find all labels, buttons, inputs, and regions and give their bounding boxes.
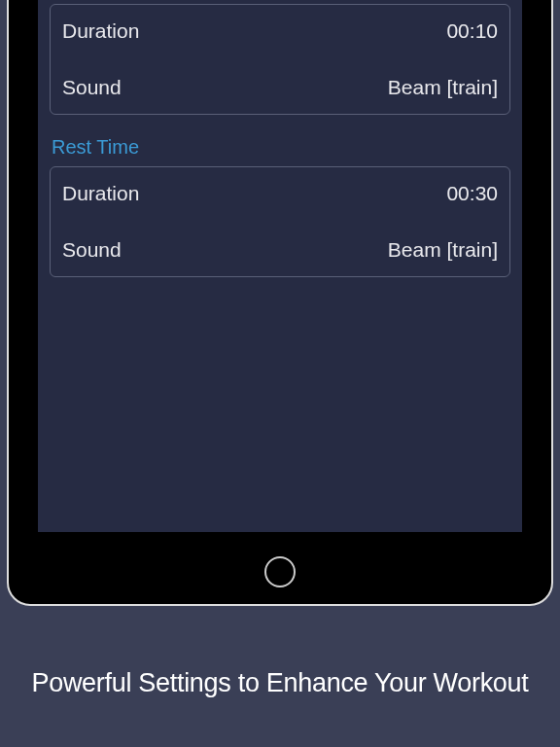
sound-label: Sound [62,76,122,99]
rest-time-header: Rest Time [38,128,522,162]
duration-value: 00:10 [446,19,498,43]
tablet-frame: Warning Time Duration 00:10 Sound Beam [… [7,0,553,606]
sound-value: Beam [train] [388,238,498,262]
home-button-icon [264,556,296,587]
marketing-caption: Powerful Settings to Enhance Your Workou… [0,668,560,698]
sound-label: Sound [62,238,122,262]
duration-value: 00:30 [446,182,498,205]
duration-label: Duration [62,182,139,205]
duration-label: Duration [62,19,139,43]
warning-time-group: Duration 00:10 Sound Beam [train] [50,4,510,115]
warning-duration-row[interactable]: Duration 00:10 [51,5,509,57]
rest-time-group: Duration 00:30 Sound Beam [train] [50,166,510,277]
rest-sound-row[interactable]: Sound Beam [train] [51,224,509,276]
sound-value: Beam [train] [388,76,498,99]
warning-sound-row[interactable]: Sound Beam [train] [51,61,509,114]
settings-screen: Warning Time Duration 00:10 Sound Beam [… [38,0,522,532]
rest-duration-row[interactable]: Duration 00:30 [51,167,509,220]
